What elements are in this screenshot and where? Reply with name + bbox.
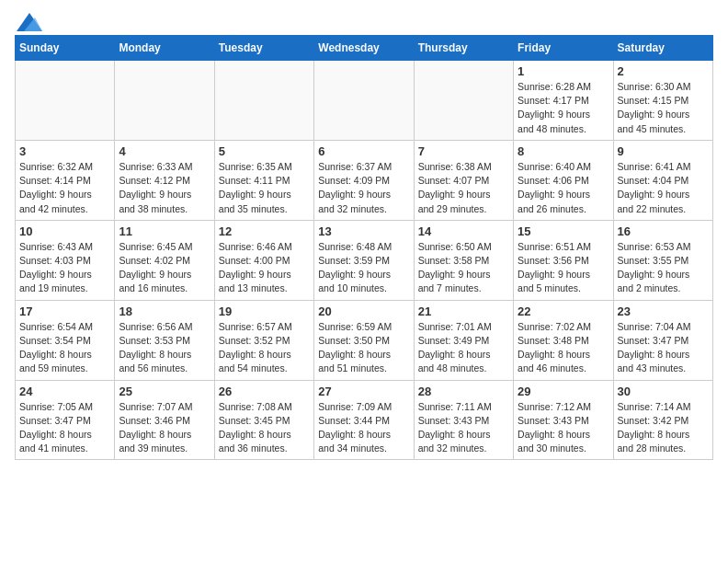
day-info: Sunrise: 6:53 AM Sunset: 3:55 PM Dayligh…: [618, 240, 709, 296]
calendar-cell: 8Sunrise: 6:40 AM Sunset: 4:06 PM Daylig…: [514, 140, 613, 220]
calendar-cell: 6Sunrise: 6:37 AM Sunset: 4:09 PM Daylig…: [314, 140, 414, 220]
day-info: Sunrise: 7:14 AM Sunset: 3:42 PM Dayligh…: [618, 400, 709, 456]
day-number: 22: [518, 304, 609, 318]
calendar-cell: 16Sunrise: 6:53 AM Sunset: 3:55 PM Dayli…: [613, 220, 712, 300]
calendar-cell: 26Sunrise: 7:08 AM Sunset: 3:45 PM Dayli…: [214, 380, 313, 460]
day-info: Sunrise: 6:33 AM Sunset: 4:12 PM Dayligh…: [119, 160, 210, 216]
calendar-cell: 5Sunrise: 6:35 AM Sunset: 4:11 PM Daylig…: [214, 140, 313, 220]
weekday-header: Saturday: [613, 36, 712, 61]
calendar-cell: 9Sunrise: 6:41 AM Sunset: 4:04 PM Daylig…: [613, 140, 712, 220]
calendar-cell: [115, 61, 214, 141]
calendar-header-row: SundayMondayTuesdayWednesdayThursdayFrid…: [16, 36, 713, 61]
day-number: 7: [418, 144, 509, 158]
day-number: 14: [418, 224, 509, 238]
day-info: Sunrise: 7:09 AM Sunset: 3:44 PM Dayligh…: [318, 400, 409, 456]
day-info: Sunrise: 6:54 AM Sunset: 3:54 PM Dayligh…: [19, 320, 110, 376]
day-number: 11: [119, 224, 210, 238]
day-number: 30: [618, 385, 709, 398]
day-info: Sunrise: 6:41 AM Sunset: 4:04 PM Dayligh…: [618, 160, 709, 216]
calendar-cell: 2Sunrise: 6:30 AM Sunset: 4:15 PM Daylig…: [613, 61, 712, 141]
calendar-cell: 24Sunrise: 7:05 AM Sunset: 3:47 PM Dayli…: [16, 380, 115, 460]
day-info: Sunrise: 7:07 AM Sunset: 3:46 PM Dayligh…: [119, 400, 210, 456]
day-info: Sunrise: 7:12 AM Sunset: 3:43 PM Dayligh…: [518, 400, 609, 456]
day-info: Sunrise: 7:08 AM Sunset: 3:45 PM Dayligh…: [219, 400, 310, 456]
day-number: 18: [119, 304, 210, 318]
calendar-cell: 30Sunrise: 7:14 AM Sunset: 3:42 PM Dayli…: [613, 380, 712, 460]
day-number: 1: [518, 64, 609, 78]
calendar-cell: 29Sunrise: 7:12 AM Sunset: 3:43 PM Dayli…: [514, 380, 613, 460]
calendar-cell: 15Sunrise: 6:51 AM Sunset: 3:56 PM Dayli…: [514, 220, 613, 300]
day-number: 12: [219, 224, 310, 238]
calendar-cell: 27Sunrise: 7:09 AM Sunset: 3:44 PM Dayli…: [314, 380, 414, 460]
day-info: Sunrise: 7:01 AM Sunset: 3:49 PM Dayligh…: [418, 320, 509, 376]
day-info: Sunrise: 6:48 AM Sunset: 3:59 PM Dayligh…: [318, 240, 409, 296]
calendar-cell: 14Sunrise: 6:50 AM Sunset: 3:58 PM Dayli…: [414, 220, 513, 300]
day-info: Sunrise: 7:05 AM Sunset: 3:47 PM Dayligh…: [19, 400, 110, 456]
calendar-cell: [414, 61, 513, 141]
calendar-table: SundayMondayTuesdayWednesdayThursdayFrid…: [15, 35, 713, 460]
day-info: Sunrise: 6:46 AM Sunset: 4:00 PM Dayligh…: [219, 240, 310, 296]
day-number: 10: [19, 224, 110, 238]
day-info: Sunrise: 7:04 AM Sunset: 3:47 PM Dayligh…: [618, 320, 709, 376]
day-number: 28: [418, 385, 509, 398]
day-number: 16: [618, 224, 709, 238]
calendar-cell: 28Sunrise: 7:11 AM Sunset: 3:43 PM Dayli…: [414, 380, 513, 460]
day-info: Sunrise: 6:32 AM Sunset: 4:14 PM Dayligh…: [19, 160, 110, 216]
day-info: Sunrise: 6:38 AM Sunset: 4:07 PM Dayligh…: [418, 160, 509, 216]
day-number: 26: [219, 385, 310, 398]
calendar-cell: 12Sunrise: 6:46 AM Sunset: 4:00 PM Dayli…: [214, 220, 313, 300]
calendar-cell: 19Sunrise: 6:57 AM Sunset: 3:52 PM Dayli…: [214, 300, 313, 380]
day-number: 8: [518, 144, 609, 158]
logo-icon: [17, 13, 42, 31]
day-info: Sunrise: 6:37 AM Sunset: 4:09 PM Dayligh…: [318, 160, 409, 216]
calendar-week-row: 24Sunrise: 7:05 AM Sunset: 3:47 PM Dayli…: [16, 380, 713, 460]
day-number: 13: [318, 224, 409, 238]
weekday-header: Monday: [115, 36, 214, 61]
day-number: 6: [318, 144, 409, 158]
calendar-cell: [16, 61, 115, 141]
day-number: 24: [19, 385, 110, 398]
day-info: Sunrise: 6:43 AM Sunset: 4:03 PM Dayligh…: [19, 240, 110, 296]
day-info: Sunrise: 6:57 AM Sunset: 3:52 PM Dayligh…: [219, 320, 310, 376]
calendar-cell: 13Sunrise: 6:48 AM Sunset: 3:59 PM Dayli…: [314, 220, 414, 300]
weekday-header: Sunday: [16, 36, 115, 61]
calendar-cell: 18Sunrise: 6:56 AM Sunset: 3:53 PM Dayli…: [115, 300, 214, 380]
calendar-week-row: 17Sunrise: 6:54 AM Sunset: 3:54 PM Dayli…: [16, 300, 713, 380]
day-info: Sunrise: 6:45 AM Sunset: 4:02 PM Dayligh…: [119, 240, 210, 296]
calendar-week-row: 1Sunrise: 6:28 AM Sunset: 4:17 PM Daylig…: [16, 61, 713, 141]
day-info: Sunrise: 6:30 AM Sunset: 4:15 PM Dayligh…: [618, 80, 709, 136]
day-number: 2: [618, 64, 709, 78]
day-number: 9: [618, 144, 709, 158]
day-number: 25: [119, 385, 210, 398]
calendar-cell: 21Sunrise: 7:01 AM Sunset: 3:49 PM Dayli…: [414, 300, 513, 380]
day-info: Sunrise: 6:40 AM Sunset: 4:06 PM Dayligh…: [518, 160, 609, 216]
day-info: Sunrise: 7:11 AM Sunset: 3:43 PM Dayligh…: [418, 400, 509, 456]
weekday-header: Wednesday: [314, 36, 414, 61]
day-number: 29: [518, 385, 609, 398]
day-number: 20: [318, 304, 409, 318]
calendar-cell: 25Sunrise: 7:07 AM Sunset: 3:46 PM Dayli…: [115, 380, 214, 460]
calendar-week-row: 3Sunrise: 6:32 AM Sunset: 4:14 PM Daylig…: [16, 140, 713, 220]
calendar-cell: 4Sunrise: 6:33 AM Sunset: 4:12 PM Daylig…: [115, 140, 214, 220]
day-number: 15: [518, 224, 609, 238]
calendar-cell: 3Sunrise: 6:32 AM Sunset: 4:14 PM Daylig…: [16, 140, 115, 220]
day-info: Sunrise: 6:56 AM Sunset: 3:53 PM Dayligh…: [119, 320, 210, 376]
weekday-header: Friday: [514, 36, 613, 61]
calendar-cell: 1Sunrise: 6:28 AM Sunset: 4:17 PM Daylig…: [514, 61, 613, 141]
day-info: Sunrise: 6:28 AM Sunset: 4:17 PM Dayligh…: [518, 80, 609, 136]
page-header: [15, 15, 713, 28]
day-info: Sunrise: 7:02 AM Sunset: 3:48 PM Dayligh…: [518, 320, 609, 376]
calendar-cell: 20Sunrise: 6:59 AM Sunset: 3:50 PM Dayli…: [314, 300, 414, 380]
calendar-cell: 17Sunrise: 6:54 AM Sunset: 3:54 PM Dayli…: [16, 300, 115, 380]
day-info: Sunrise: 6:51 AM Sunset: 3:56 PM Dayligh…: [518, 240, 609, 296]
calendar-cell: 11Sunrise: 6:45 AM Sunset: 4:02 PM Dayli…: [115, 220, 214, 300]
day-number: 5: [219, 144, 310, 158]
calendar-cell: [214, 61, 313, 141]
day-number: 27: [318, 385, 409, 398]
day-number: 17: [19, 304, 110, 318]
day-number: 19: [219, 304, 310, 318]
calendar-cell: 7Sunrise: 6:38 AM Sunset: 4:07 PM Daylig…: [414, 140, 513, 220]
day-number: 4: [119, 144, 210, 158]
calendar-cell: 22Sunrise: 7:02 AM Sunset: 3:48 PM Dayli…: [514, 300, 613, 380]
day-info: Sunrise: 6:35 AM Sunset: 4:11 PM Dayligh…: [219, 160, 310, 216]
